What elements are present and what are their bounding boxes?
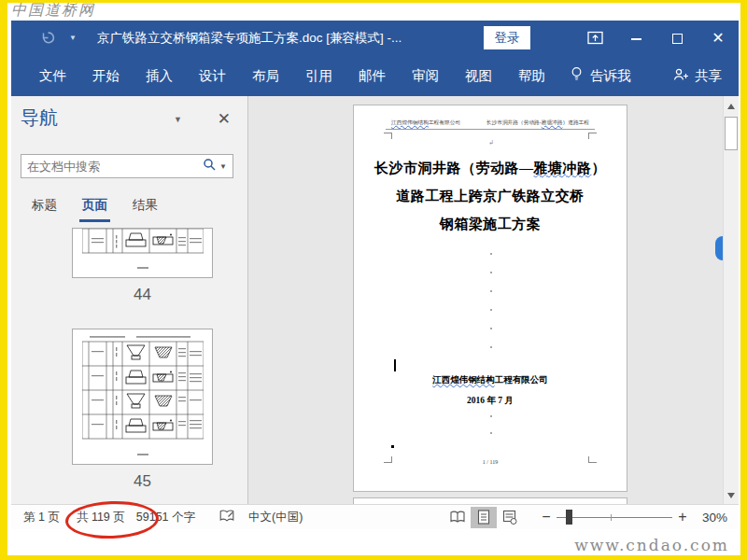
tab-review[interactable]: 审阅 xyxy=(412,67,439,85)
close-button[interactable]: ✕ xyxy=(698,29,739,47)
qat-dropdown-icon[interactable]: ▼ xyxy=(69,34,77,42)
status-language[interactable]: 中文(中国) xyxy=(248,510,303,525)
title-bar: ▼ 京广铁路立交桥钢箱梁专项施工方案.doc [兼容模式] -... 登录 ✕ xyxy=(11,21,739,55)
search-dropdown-icon[interactable]: ▼ xyxy=(219,162,227,171)
tell-me-label: 告诉我 xyxy=(590,67,631,85)
ribbon-display-options-icon[interactable] xyxy=(574,31,615,45)
margin-crop-mark xyxy=(588,133,597,139)
paragraph-dot xyxy=(490,290,492,292)
word-window: ▼ 京广铁路立交桥钢箱梁专项施工方案.doc [兼容模式] -... 登录 ✕ … xyxy=(11,21,739,529)
status-current-page[interactable]: 第 1 页 xyxy=(23,510,60,525)
document-title-block: 长沙市洞井路（劳动路—雅塘冲路） 道路工程上跨京广铁路立交桥 钢箱梁施工方案 xyxy=(354,154,627,238)
paragraph-mark: ↲ xyxy=(488,139,494,147)
navigation-pane: 导航 ▼ ✕ ▼ 标题 页面 xyxy=(11,96,247,504)
navigation-pane-title: 导航 xyxy=(21,107,58,128)
tab-insert[interactable]: 插入 xyxy=(146,67,173,85)
zoom-in-button[interactable]: + xyxy=(674,509,691,525)
document-canvas[interactable]: 江西煌伟钢结构工程有限公司 长沙市洞井路（劳动路-雅塘冲路）道路工程 ↲ 长沙市… xyxy=(248,96,723,504)
tab-view[interactable]: 视图 xyxy=(465,67,492,85)
page-footer-number: 1 / 119 xyxy=(354,459,627,465)
proofing-book-icon[interactable] xyxy=(218,509,235,525)
page-thumbnail-list: 44 xyxy=(11,228,247,504)
thumbnail-footer-mark xyxy=(137,267,148,269)
doc-title-line-1: 长沙市洞井路（劳动路—雅塘冲路） xyxy=(354,154,627,182)
zoom-percentage[interactable]: 30% xyxy=(702,511,727,525)
navigation-close-icon[interactable]: ✕ xyxy=(218,109,231,129)
thumbnail-page-number-45[interactable]: 45 xyxy=(72,472,213,491)
scroll-down-icon[interactable] xyxy=(727,493,735,498)
paragraph-dot xyxy=(490,328,492,329)
page-header-right: 长沙市洞井路（劳动路-雅塘冲路）道路工程 xyxy=(486,119,589,127)
tell-me-control[interactable]: 告诉我 xyxy=(570,66,631,85)
weld-table-thumbnail xyxy=(82,336,204,446)
navtab-pages[interactable]: 页面 xyxy=(82,197,107,214)
maximize-button[interactable] xyxy=(656,31,698,46)
search-input[interactable] xyxy=(21,160,203,174)
thumbnail-footer-mark xyxy=(137,454,148,455)
tab-mailings[interactable]: 邮件 xyxy=(359,67,386,85)
login-button[interactable]: 登录 xyxy=(484,26,530,49)
date-line: 2016 年 7 月 xyxy=(354,395,627,407)
person-plus-icon xyxy=(672,67,689,85)
navigation-tabs: 标题 页面 结果 xyxy=(32,197,158,214)
paragraph-dot xyxy=(490,309,492,311)
page-thumbnail-44[interactable] xyxy=(72,228,213,278)
site-watermark-bottom: www.cndao.com xyxy=(574,536,729,554)
header-rule xyxy=(386,129,595,130)
scroll-up-icon[interactable] xyxy=(727,104,735,109)
company-name-line: 江西煌伟钢结构工程有限公司 xyxy=(354,374,627,386)
tab-references[interactable]: 引用 xyxy=(305,67,332,85)
document-title: 京广铁路立交桥钢箱梁专项施工方案.doc [兼容模式] -... xyxy=(97,30,402,47)
navtab-headings[interactable]: 标题 xyxy=(32,197,57,214)
window-controls: ✕ xyxy=(574,21,739,55)
weld-table-thumbnail xyxy=(82,229,204,257)
square-bullet xyxy=(391,445,394,448)
zoom-slider-tick xyxy=(611,514,612,521)
document-page-2-sliver[interactable] xyxy=(353,497,627,504)
page-header-left: 江西煌伟钢结构工程有限公司 xyxy=(391,119,460,127)
lightbulb-icon xyxy=(570,66,584,85)
paragraph-dot xyxy=(490,253,492,255)
quick-access-toolbar: ▼ xyxy=(39,30,77,46)
text-cursor xyxy=(394,359,396,371)
tab-design[interactable]: 设计 xyxy=(199,67,226,85)
minimize-button[interactable] xyxy=(615,31,656,46)
share-label: 共享 xyxy=(695,67,722,85)
vertical-scrollbar[interactable] xyxy=(723,96,739,504)
tab-layout[interactable]: 布局 xyxy=(252,67,279,85)
document-page-1[interactable]: 江西煌伟钢结构工程有限公司 长沙市洞井路（劳动路-雅塘冲路）道路工程 ↲ 长沙市… xyxy=(353,105,627,492)
undo-icon[interactable] xyxy=(39,30,56,46)
zoom-out-button[interactable]: − xyxy=(538,509,555,525)
read-mode-view-button[interactable] xyxy=(444,507,471,528)
paragraph-dot xyxy=(490,415,492,417)
navtab-results[interactable]: 结果 xyxy=(133,197,158,214)
document-search-box[interactable]: ▼ xyxy=(21,154,233,178)
doc-title-line-2: 道路工程上跨京广铁路立交桥 xyxy=(354,182,627,210)
tab-file[interactable]: 文件 xyxy=(39,67,66,85)
paragraph-dot xyxy=(490,432,492,434)
paragraph-dot xyxy=(490,272,492,273)
tab-help[interactable]: 帮助 xyxy=(518,67,545,85)
scrollbar-thumb[interactable] xyxy=(725,117,738,150)
paragraph-dot xyxy=(490,346,492,348)
page-sheet: 中国道桥网 www.cndao.com ▼ 京广铁路立交桥钢箱梁专项施工方案.d… xyxy=(7,3,740,555)
edge-blue-marker xyxy=(715,236,723,260)
web-layout-view-button[interactable] xyxy=(497,507,523,528)
margin-crop-mark xyxy=(384,133,392,139)
main-area: 导航 ▼ ✕ ▼ 标题 页面 xyxy=(11,96,739,504)
share-control[interactable]: 共享 xyxy=(672,67,722,85)
zoom-slider-thumb[interactable] xyxy=(566,510,572,525)
site-watermark-top: 中国道桥网 xyxy=(11,1,95,21)
navigation-options-icon[interactable]: ▼ xyxy=(174,115,182,124)
zoom-slider[interactable] xyxy=(557,517,672,518)
ribbon-tab-bar: 文件 开始 插入 设计 布局 引用 邮件 审阅 视图 帮助 告诉我 xyxy=(11,55,739,96)
page-thumbnail-45[interactable] xyxy=(72,329,213,465)
screenshot-root: { "watermarks": { "top": "中国道桥网", "botto… xyxy=(0,0,747,560)
thumbnail-page-number-44[interactable]: 44 xyxy=(72,286,213,304)
doc-title-line-3: 钢箱梁施工方案 xyxy=(354,210,627,238)
print-layout-view-button[interactable] xyxy=(471,507,497,528)
search-icon[interactable] xyxy=(203,158,216,175)
tab-home[interactable]: 开始 xyxy=(92,67,120,85)
